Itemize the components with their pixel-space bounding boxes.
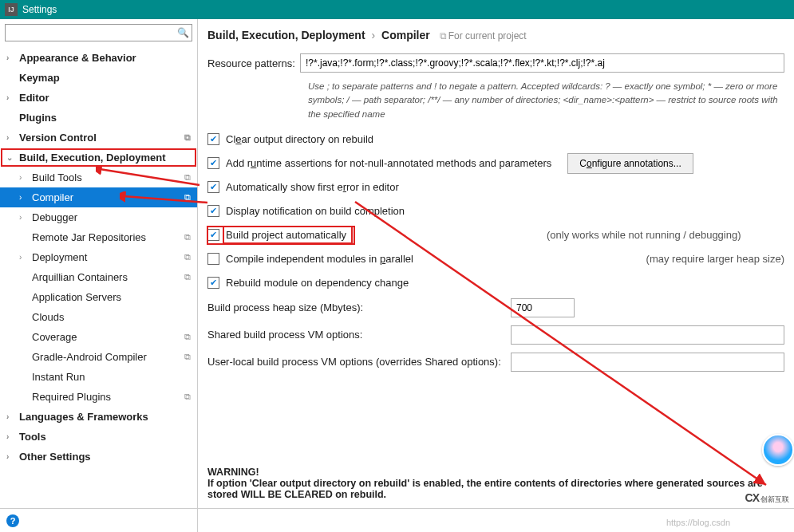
heap-size-label: Build process heap size (Mbytes): <box>207 301 511 313</box>
help-icon[interactable]: ? <box>6 514 19 527</box>
chevron-right-icon: › <box>6 93 16 102</box>
window-title: Settings <box>22 4 57 15</box>
breadcrumb-current: Compiler <box>381 29 430 41</box>
clear-output-checkbox[interactable] <box>207 133 219 145</box>
tree-app-servers[interactable]: Application Servers <box>0 287 197 307</box>
heap-size-input[interactable] <box>511 298 575 317</box>
parallel-compile-checkbox[interactable] <box>207 253 219 265</box>
rebuild-dependency-checkbox[interactable] <box>207 277 219 289</box>
show-first-error-checkbox[interactable] <box>207 181 219 193</box>
shared-vm-input[interactable] <box>511 325 784 345</box>
display-notification-label: Display notification on build completion <box>226 205 405 217</box>
brand-logo: CX创新互联 <box>745 491 789 505</box>
copy-icon: ⧉ <box>184 232 191 242</box>
tree-plugins[interactable]: Plugins <box>0 108 197 128</box>
warning-body: If option 'Clear output directory on reb… <box>207 478 784 500</box>
warning-block: WARNING! If option 'Clear output directo… <box>207 467 784 500</box>
chevron-right-icon: › <box>19 253 29 262</box>
configure-annotations-button[interactable]: Configure annotations... <box>567 153 693 174</box>
tree-build-execution-deployment[interactable]: ⌄Build, Execution, Deployment <box>0 148 197 167</box>
avatar-badge <box>762 434 794 466</box>
tree-tools[interactable]: ›Tools <box>0 427 197 447</box>
tree-editor[interactable]: ›Editor <box>0 88 197 108</box>
show-first-error-label: Automatically show first error in editor <box>226 181 399 193</box>
chevron-right-icon: › <box>6 53 16 62</box>
main-panel: Build, Execution, Deployment › Compiler … <box>198 19 794 532</box>
titlebar: IJ Settings <box>0 0 794 19</box>
copy-icon: ⧉ <box>440 30 447 41</box>
tree-arquillian[interactable]: Arquillian Containers⧉ <box>0 267 197 287</box>
tree-keymap[interactable]: Keymap <box>0 68 197 88</box>
display-notification-checkbox[interactable] <box>207 205 219 217</box>
copy-icon: ⧉ <box>184 172 191 183</box>
copy-icon: ⧉ <box>184 252 191 262</box>
tree-debugger[interactable]: ›Debugger <box>0 207 197 227</box>
chevron-right-icon: › <box>19 173 29 182</box>
tree-instant-run[interactable]: Instant Run <box>0 367 197 387</box>
build-automatically-checkbox[interactable] <box>207 229 219 241</box>
chevron-right-icon: › <box>6 412 16 421</box>
tree-compiler[interactable]: ›Compiler⧉ <box>0 187 197 207</box>
copy-icon: ⧉ <box>184 132 191 143</box>
build-automatically-note: (only works while not running / debuggin… <box>515 229 741 241</box>
runtime-assertions-checkbox[interactable] <box>207 157 219 169</box>
search-input[interactable] <box>5 24 192 41</box>
tree-coverage[interactable]: Coverage⧉ <box>0 327 197 347</box>
copy-icon: ⧉ <box>184 332 191 342</box>
tree-version-control[interactable]: ›Version Control⧉ <box>0 128 197 148</box>
copy-icon: ⧉ <box>184 272 191 282</box>
chevron-right-icon: › <box>19 213 29 222</box>
rebuild-dependency-label: Rebuild module on dependency change <box>226 277 409 289</box>
clear-output-label: Clear output directory on rebuild <box>226 133 373 145</box>
watermark: https://blog.csdn <box>666 518 730 527</box>
settings-tree: ›Appearance & Behavior Keymap ›Editor Pl… <box>0 46 197 532</box>
chevron-right-icon: › <box>6 133 16 142</box>
tree-other-settings[interactable]: ›Other Settings <box>0 447 197 467</box>
copy-icon: ⧉ <box>184 352 191 362</box>
copy-icon: ⧉ <box>184 392 191 402</box>
settings-sidebar: 🔍 ›Appearance & Behavior Keymap ›Editor … <box>0 19 198 532</box>
chevron-down-icon: ⌄ <box>6 153 16 162</box>
user-vm-input[interactable] <box>511 353 784 372</box>
resource-patterns-label: Resource patterns: <box>207 57 300 69</box>
tree-deployment[interactable]: ›Deployment⧉ <box>0 247 197 267</box>
resource-patterns-hint: Use ; to separate patterns and ! to nega… <box>308 80 784 121</box>
parallel-compile-label: Compile independent modules in parallel <box>226 253 413 265</box>
app-logo: IJ <box>5 3 18 16</box>
breadcrumb: Build, Execution, Deployment › Compiler … <box>207 29 784 41</box>
breadcrumb-parent[interactable]: Build, Execution, Deployment <box>207 29 365 41</box>
tree-appearance-behavior[interactable]: ›Appearance & Behavior <box>0 48 197 68</box>
chevron-right-icon: › <box>19 193 29 202</box>
resource-patterns-input[interactable] <box>300 53 784 73</box>
chevron-right-icon: › <box>6 452 16 461</box>
copy-icon: ⧉ <box>184 192 191 203</box>
shared-vm-label: Shared build process VM options: <box>207 329 511 341</box>
chevron-right-icon: › <box>6 432 16 441</box>
build-automatically-label: Build project automatically <box>226 229 350 241</box>
tree-required-plugins[interactable]: Required Plugins⧉ <box>0 387 197 407</box>
tree-build-tools[interactable]: ›Build Tools⧉ <box>0 167 197 187</box>
tree-clouds[interactable]: Clouds <box>0 307 197 327</box>
parallel-compile-note: (may require larger heap size) <box>614 253 784 265</box>
tree-languages-frameworks[interactable]: ›Languages & Frameworks <box>0 407 197 427</box>
runtime-assertions-label: Add runtime assertions for not-null-anno… <box>226 157 551 169</box>
scope-label: For current project <box>448 30 527 41</box>
tree-remote-jar[interactable]: Remote Jar Repositories⧉ <box>0 227 197 247</box>
tree-gradle-android[interactable]: Gradle-Android Compiler⧉ <box>0 347 197 367</box>
user-vm-label: User-local build process VM options (ove… <box>207 356 511 368</box>
warning-title: WARNING! <box>207 467 784 478</box>
